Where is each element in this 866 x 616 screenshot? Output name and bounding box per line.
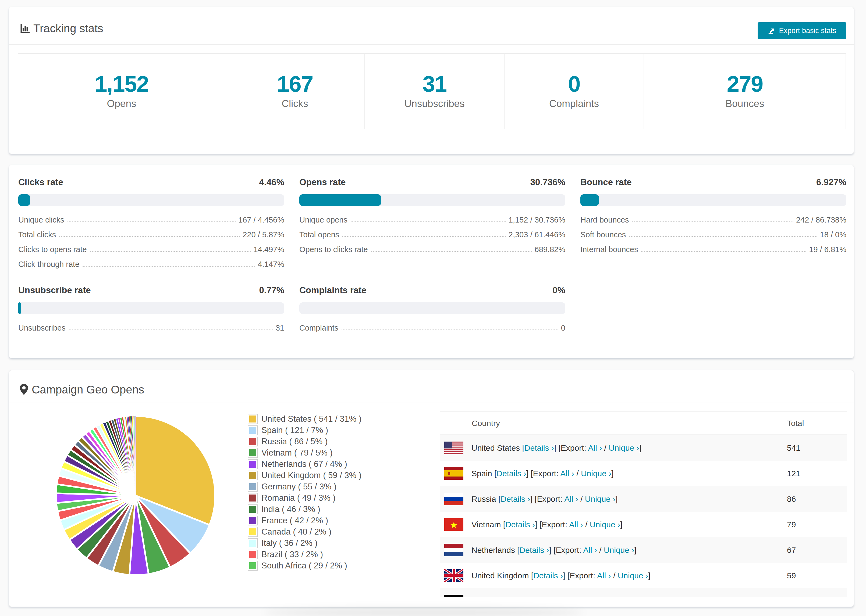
rate-row-value: 689.82% bbox=[535, 245, 565, 254]
rate-section-percent: 0.77% bbox=[259, 285, 284, 295]
rate-section-head: Complaints rate0% bbox=[299, 285, 565, 295]
stat-box-complaints: 0Complaints bbox=[504, 54, 644, 129]
rate-section-percent: 4.46% bbox=[259, 177, 284, 187]
rate-section-title: Complaints rate bbox=[299, 285, 366, 295]
legend-label: Canada ( 40 / 2% ) bbox=[261, 527, 331, 537]
export-unique-link[interactable]: Unique › bbox=[594, 597, 624, 597]
dotted-leader bbox=[90, 251, 251, 252]
stat-label-bounces: Bounces bbox=[644, 98, 846, 109]
tracking-stats-header: Tracking stats bbox=[19, 22, 103, 35]
rate-row: Hard bounces242 / 86.738% bbox=[580, 212, 846, 227]
legend-label: Spain ( 121 / 7% ) bbox=[261, 426, 328, 435]
dotted-leader bbox=[641, 251, 806, 252]
rate-section-title: Unsubscribe rate bbox=[18, 285, 91, 295]
country-total: 59 bbox=[787, 571, 796, 580]
export-basic-stats-button[interactable]: Export basic stats bbox=[757, 22, 846, 39]
legend-swatch bbox=[248, 561, 258, 570]
legend-label: United Kingdom ( 59 / 3% ) bbox=[261, 471, 361, 480]
rate-section-head: Opens rate30.736% bbox=[299, 177, 565, 187]
rate-progress-track bbox=[580, 194, 846, 206]
export-all-link[interactable]: All › bbox=[564, 495, 578, 503]
export-icon bbox=[768, 27, 776, 35]
legend-swatch bbox=[248, 538, 258, 548]
rate-section-title: Opens rate bbox=[299, 177, 346, 187]
export-unique-link[interactable]: Unique › bbox=[581, 469, 611, 478]
geo-opens-pie-chart bbox=[49, 410, 222, 581]
legend-item-canada: Canada ( 40 / 2% ) bbox=[248, 526, 361, 537]
rate-row: Soft bounces18 / 0% bbox=[580, 227, 846, 242]
legend-label: France ( 42 / 2% ) bbox=[261, 516, 328, 525]
export-basic-stats-label: Export basic stats bbox=[779, 27, 836, 35]
export-all-link[interactable]: All › bbox=[597, 571, 611, 580]
country-name: Netherlands bbox=[471, 545, 515, 555]
export-unique-link[interactable]: Unique › bbox=[609, 443, 639, 452]
rate-row-label: Soft bounces bbox=[580, 230, 626, 239]
details-link[interactable]: Details › bbox=[501, 495, 530, 503]
export-all-link[interactable]: All › bbox=[569, 520, 583, 529]
export-unique-link[interactable]: Unique › bbox=[604, 545, 634, 555]
rate-section-head: Unsubscribe rate0.77% bbox=[18, 285, 284, 295]
rate-row-value: 4.147% bbox=[258, 260, 284, 269]
geo-table-row-gb: United Kingdom [Details ›] [Export: All … bbox=[440, 563, 847, 588]
dotted-leader bbox=[69, 330, 273, 330]
country-name: Russia bbox=[471, 495, 496, 503]
rate-row: Total clicks220 / 5.87% bbox=[18, 227, 284, 242]
export-unique-link[interactable]: Unique › bbox=[585, 495, 615, 503]
rate-section-head: Bounce rate6.927% bbox=[580, 177, 846, 187]
details-link[interactable]: Details › bbox=[496, 469, 526, 478]
rate-row-label: Unique clicks bbox=[18, 215, 64, 225]
country-name: Germany bbox=[471, 597, 505, 597]
rate-row-label: Unsubscribes bbox=[18, 324, 66, 332]
stat-value-bounces: 279 bbox=[644, 71, 846, 97]
legend-swatch bbox=[248, 527, 258, 537]
rate-row-value: 31 bbox=[276, 324, 284, 332]
details-link[interactable]: Details › bbox=[509, 597, 539, 597]
legend-item-south-africa: South Africa ( 29 / 2% ) bbox=[248, 560, 361, 571]
rate-row-value: 0 bbox=[561, 324, 565, 332]
dotted-leader bbox=[351, 222, 506, 222]
stat-value-unsubscribes: 31 bbox=[365, 71, 504, 97]
legend-swatch bbox=[248, 550, 258, 559]
details-link[interactable]: Details › bbox=[505, 520, 535, 529]
dotted-leader bbox=[629, 236, 817, 237]
legend-swatch bbox=[248, 459, 258, 469]
export-unique-link[interactable]: Unique › bbox=[618, 571, 648, 580]
rate-row: Click through rate4.147% bbox=[18, 257, 284, 272]
export-unique-link[interactable]: Unique › bbox=[590, 520, 620, 529]
country-total: 121 bbox=[787, 469, 800, 478]
stat-value-opens: 1,152 bbox=[18, 71, 225, 97]
rate-row: Unique clicks167 / 4.456% bbox=[18, 212, 284, 227]
dotted-leader bbox=[59, 236, 240, 237]
legend-item-vietnam: Vietnam ( 79 / 5% ) bbox=[248, 447, 361, 459]
rate-row: Clicks to opens rate14.497% bbox=[18, 242, 284, 257]
geo-table: Country Total United States [Details ›] … bbox=[440, 411, 847, 597]
total-column-header: Total bbox=[787, 419, 804, 428]
rate-progress-track bbox=[18, 194, 284, 206]
export-all-link[interactable]: All › bbox=[588, 443, 602, 452]
rates-card: Clicks rate4.46%Unique clicks167 / 4.456… bbox=[9, 165, 854, 358]
geo-table-row-ru: Russia [Details ›] [Export: All › / Uniq… bbox=[440, 486, 847, 512]
geo-header: Campaign Geo Opens bbox=[19, 383, 144, 396]
geo-table-row-es: Spain [Details ›] [Export: All › / Uniqu… bbox=[440, 460, 847, 486]
tracking-header-divider bbox=[9, 44, 853, 45]
export-all-link[interactable]: All › bbox=[560, 469, 574, 478]
legend-swatch bbox=[248, 516, 258, 525]
rate-row-label: Hard bounces bbox=[580, 215, 629, 225]
legend-item-spain: Spain ( 121 / 7% ) bbox=[248, 425, 361, 436]
rate-row-value: 242 / 86.738% bbox=[796, 215, 846, 225]
dotted-leader bbox=[632, 222, 794, 222]
stat-label-complaints: Complaints bbox=[505, 98, 644, 109]
legend-label: Vietnam ( 79 / 5% ) bbox=[261, 448, 333, 458]
ru-flag-icon bbox=[444, 493, 463, 505]
rate-row-value: 1,152 / 30.736% bbox=[509, 215, 565, 225]
geo-table-header: Country Total bbox=[440, 411, 847, 435]
details-link[interactable]: Details › bbox=[533, 571, 563, 580]
gb-flag-icon bbox=[444, 569, 463, 582]
details-link[interactable]: Details › bbox=[519, 545, 549, 555]
rate-section-percent: 6.927% bbox=[816, 177, 846, 187]
legend-swatch bbox=[248, 437, 258, 446]
rate-progress-track bbox=[299, 302, 565, 314]
export-all-link[interactable]: All › bbox=[583, 545, 597, 555]
export-all-link[interactable]: All › bbox=[573, 597, 587, 597]
details-link[interactable]: Details › bbox=[524, 443, 554, 452]
